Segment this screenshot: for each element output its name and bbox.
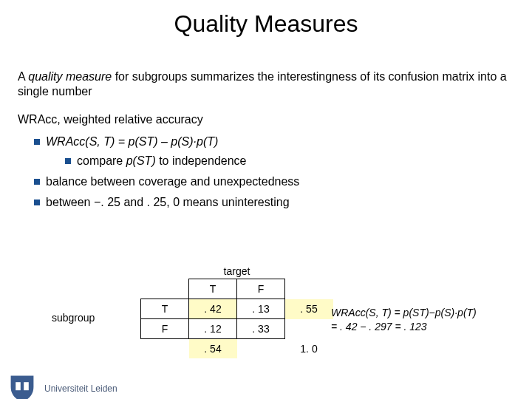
cell-ff: . 33 [237, 319, 285, 339]
cell-tt: . 42 [189, 299, 237, 319]
row-header-t: T [141, 299, 189, 319]
slide-title: Quality Measures [0, 10, 532, 38]
total: 1. 0 [285, 339, 333, 359]
col-header-t: T [189, 279, 237, 299]
cell-ft: . 12 [189, 319, 237, 339]
intro-paragraph: A quality measure for subgroups summariz… [18, 69, 511, 99]
cell-tf: . 13 [237, 299, 285, 319]
compare-p: p(ST) [126, 154, 156, 167]
rowsum-t: . 55 [285, 299, 333, 319]
svg-rect-1 [24, 382, 29, 390]
compare-post: to independence [156, 154, 247, 167]
crest-icon [6, 372, 38, 399]
target-label: target [140, 265, 333, 277]
confusion-table: T F T . 42 . 13 . 55 F . 12 . 33 . 54 1.… [140, 279, 333, 358]
subgroup-label: subgroup [52, 312, 95, 324]
formula-rest: (S, T) = p(ST) – p(S)·p(T) [85, 135, 218, 148]
bullet-formula: WRAcc(S, T) = p(ST) – p(S)·p(T) compare … [34, 134, 511, 168]
intro-pre: A [18, 70, 28, 83]
side-equation: WRAcc(S, T) = p(ST)−p(S)·p(T) = . 42 − .… [331, 306, 477, 334]
bullet-compare: compare p(ST) to independence [65, 154, 511, 168]
university-logo: Universiteit Leiden [6, 372, 117, 399]
intro-term: quality measure [28, 70, 112, 83]
confusion-table-wrap: target T F T . 42 . 13 . 55 F . 12 . 33 … [140, 265, 333, 358]
wracc-heading: WRAcc, weighted relative accuracy [18, 112, 511, 127]
side-eq-line2: = . 42 − . 297 = . 123 [331, 320, 477, 334]
compare-pre: compare [77, 154, 126, 167]
col-header-f: F [237, 279, 285, 299]
svg-rect-0 [16, 382, 21, 390]
colsum-t: . 54 [189, 339, 237, 359]
bullet-range: between −. 25 and . 25, 0 means unintere… [34, 195, 511, 210]
bullet-balance: balance between coverage and unexpectedn… [34, 174, 511, 189]
formula-prefix: WRAcc [46, 135, 85, 148]
side-eq-line1: WRAcc(S, T) = p(ST)−p(S)·p(T) [331, 306, 477, 320]
university-name: Universiteit Leiden [44, 383, 117, 394]
row-header-f: F [141, 319, 189, 339]
